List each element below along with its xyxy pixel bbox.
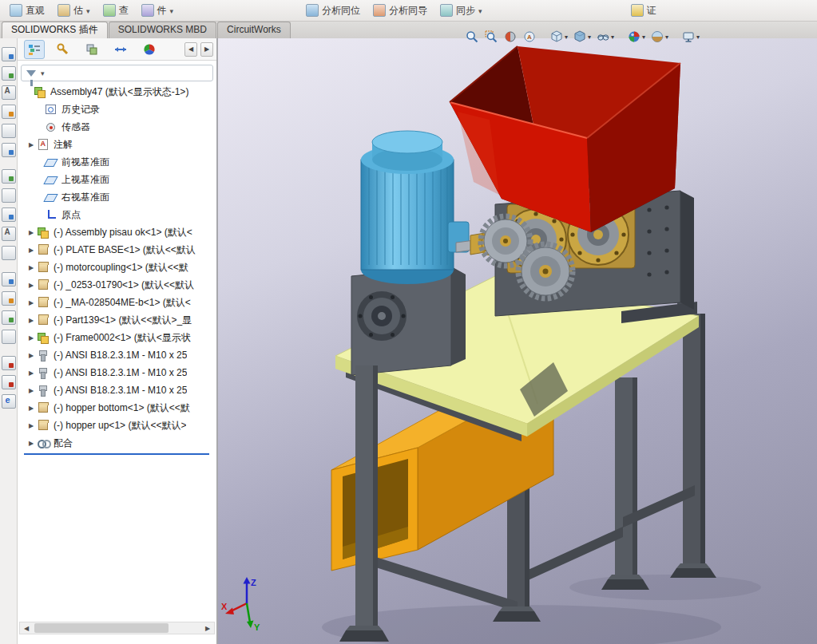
tree-item-sensors[interactable]: 传感器: [18, 118, 216, 136]
curve-tool-icon[interactable]: [2, 143, 16, 157]
tree-item-motorcoupling[interactable]: (-) motorcoupling<1> (默认<<默: [18, 259, 216, 276]
plane-icon: [45, 173, 58, 186]
expand-arrow-icon[interactable]: [26, 405, 37, 412]
zoom-to-area-button[interactable]: [482, 29, 500, 45]
view-orientation-button[interactable]: ▾: [548, 29, 569, 45]
expand-arrow-icon[interactable]: [26, 317, 37, 324]
dimension-tool-icon[interactable]: [2, 105, 16, 119]
toolbar-button-4[interactable]: 件: [141, 4, 174, 18]
display-style-icon: [573, 30, 587, 44]
annotation-a-icon[interactable]: [2, 227, 16, 241]
plane-icon: [45, 156, 58, 168]
assembly-3d-model[interactable]: X Y Z: [218, 38, 817, 644]
expand-arrow-icon[interactable]: [26, 369, 37, 377]
configurationmanager-tab[interactable]: [81, 40, 102, 59]
orientation-triad[interactable]: X Y Z: [221, 577, 260, 632]
toolbar-button-2[interactable]: 估: [58, 4, 90, 18]
trim-tool-icon[interactable]: [2, 356, 16, 370]
dropdown-caret-icon: [170, 5, 174, 16]
surface-tool-icon[interactable]: [2, 169, 16, 184]
part-icon: [37, 296, 50, 309]
grid-tool-icon[interactable]: [2, 272, 16, 286]
apply-scene-button[interactable]: ▾: [648, 29, 670, 45]
text-style-icon[interactable]: [2, 85, 16, 100]
tree-item-ansi-bolt-2[interactable]: (-) ANSI B18.2.3.1M - M10 x 25: [18, 364, 216, 381]
render-tool-icon[interactable]: [2, 375, 16, 389]
view-settings-button[interactable]: ▾: [680, 29, 701, 45]
tab-circuitworks[interactable]: CircuitWorks: [217, 22, 291, 38]
tree-item-ansi-bolt-3[interactable]: (-) ANSI B18.2.3.1M - M10 x 25: [18, 381, 216, 399]
sketch-tool-icon[interactable]: [2, 66, 16, 81]
tree-item-right-plane[interactable]: 右视基准面: [18, 188, 216, 206]
tree-item-frame0002[interactable]: (-) Frame0002<1> (默认<显示状: [18, 329, 216, 346]
featuremanager-design-tree-tab[interactable]: [24, 40, 45, 59]
toolbar-button-5[interactable]: 分析同位: [306, 4, 360, 18]
tree-item-plate-base[interactable]: (-) PLATE BASE<1> (默认<<默认: [18, 241, 216, 259]
scroll-left-button[interactable]: [20, 622, 33, 634]
edrawings-icon[interactable]: [2, 394, 16, 409]
electric-motor[interactable]: [361, 131, 469, 284]
tree-item-history[interactable]: 历史记录: [18, 101, 216, 118]
tab-solidworks-addins[interactable]: SOLIDWORKS 插件: [2, 22, 108, 38]
graphics-area[interactable]: X Y Z: [218, 38, 817, 644]
expand-arrow-icon[interactable]: [26, 247, 37, 254]
tree-item-top-plane[interactable]: 上视基准面: [18, 171, 216, 188]
expand-arrow-icon[interactable]: [26, 282, 37, 289]
annotation-view-button[interactable]: A: [521, 29, 538, 45]
command-toolbar: 直观 估 查 件 分析同位 分析同导 同步 证: [0, 0, 817, 22]
configuration-icon: [85, 42, 99, 57]
expand-arrow-icon[interactable]: [26, 334, 37, 342]
tree-item-part139[interactable]: (-) Part139<1> (默认<<默认>_显: [18, 311, 216, 329]
table-tool-icon[interactable]: [2, 291, 16, 306]
display-style-button[interactable]: ▾: [571, 29, 593, 45]
expand-arrow-icon[interactable]: [26, 299, 37, 306]
tab-solidworks-mbd[interactable]: SOLIDWORKS MBD: [109, 22, 216, 38]
propertymanager-tab[interactable]: [53, 40, 73, 59]
fillet-tool-icon[interactable]: [2, 188, 16, 203]
tree-filter[interactable]: ▾: [21, 65, 213, 81]
scrollbar-thumb[interactable]: [34, 623, 169, 633]
toolbar-button-8[interactable]: 证: [631, 4, 656, 18]
hide-show-items-button[interactable]: ▾: [594, 29, 616, 45]
tree-item-ma-028504me-b[interactable]: (-) _MA-028504ME-b<1> (默认<: [18, 294, 216, 311]
expand-arrow-icon[interactable]: [26, 141, 37, 148]
part-icon: [37, 419, 50, 432]
toolbar-button-7[interactable]: 同步: [440, 4, 482, 18]
tree-item-assembly-pisau[interactable]: (-) Assembly pisau ok<1> (默认<: [18, 223, 216, 241]
tree-item-0253-01790[interactable]: (-) _0253-01790<1> (默认<<默认: [18, 276, 216, 294]
section-view-button[interactable]: [502, 29, 519, 45]
frame-cross-brace[interactable]: [366, 554, 518, 612]
toolbar-button-3[interactable]: 查: [103, 4, 129, 18]
scrollbar-track[interactable]: [33, 622, 201, 634]
tree-item-assembly-root[interactable]: Assembly47 (默认<显示状态-1>): [18, 83, 216, 101]
tree-item-origin[interactable]: 原点: [18, 206, 216, 223]
expand-arrow-icon[interactable]: [26, 229, 37, 236]
tree-item-front-plane[interactable]: 前视基准面: [18, 153, 216, 171]
pattern-tool-icon[interactable]: [2, 124, 16, 138]
reference-tool-icon[interactable]: [2, 207, 16, 222]
tree-item-hopper-bottom[interactable]: (-) hopper bottom<1> (默认<<默: [18, 399, 216, 417]
tree-item-annotations[interactable]: 注解: [18, 136, 216, 153]
zoom-to-fit-button[interactable]: [463, 29, 481, 45]
expand-arrow-icon[interactable]: [26, 387, 37, 394]
steel-frame-leg-front[interactable]: [355, 365, 378, 630]
tree-item-hopper-up[interactable]: (-) hopper up<1> (默认<<默认>: [18, 417, 216, 434]
scroll-right-button[interactable]: [201, 622, 214, 634]
x-axis-label: X: [221, 602, 228, 611]
toolbar-button-6[interactable]: 分析同导: [373, 4, 427, 18]
expand-arrow-icon[interactable]: [26, 422, 37, 429]
panel-tab-scroll-left[interactable]: [184, 42, 197, 57]
weldment-tool-icon[interactable]: [2, 310, 16, 325]
dimxpertmanager-tab[interactable]: [110, 40, 131, 59]
tree-item-ansi-bolt-1[interactable]: (-) ANSI B18.2.3.1M - M10 x 25: [18, 346, 216, 364]
mold-tool-icon[interactable]: [2, 330, 16, 344]
expand-arrow-icon[interactable]: [26, 264, 37, 271]
displaymanager-tab[interactable]: [139, 40, 160, 59]
select-tool-icon[interactable]: [2, 47, 16, 61]
mirror-tool-icon[interactable]: [2, 246, 16, 260]
expand-arrow-icon[interactable]: [26, 352, 37, 359]
tree-item-mates[interactable]: 配合: [18, 434, 216, 452]
toolbar-button-1[interactable]: 直观: [10, 4, 45, 18]
panel-tab-scroll-right[interactable]: [200, 42, 213, 57]
edit-appearance-button[interactable]: ▾: [625, 29, 647, 45]
